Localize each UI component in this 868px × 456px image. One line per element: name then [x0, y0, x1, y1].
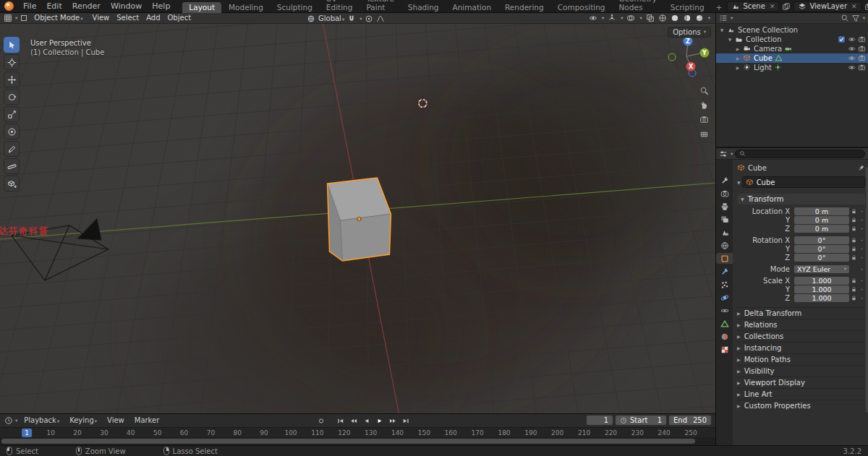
animate-dot-icon[interactable]: · — [859, 246, 865, 253]
lock-icon[interactable] — [849, 237, 859, 244]
gizmos-icon[interactable] — [608, 14, 616, 22]
workspace-tab-sculpting[interactable]: Sculpting — [271, 2, 319, 13]
mode-selector[interactable]: Object Mode▾ — [30, 13, 86, 24]
viewport-canvas[interactable]: User Perspective (1) Collection | Cube 达… — [0, 24, 715, 413]
unlink-scene-icon[interactable]: ✕ — [770, 3, 775, 10]
tool-add-cube[interactable] — [4, 176, 20, 192]
properties-tab-object[interactable] — [716, 253, 733, 264]
animate-dot-icon[interactable]: · — [859, 278, 865, 285]
search-icon[interactable] — [841, 14, 849, 22]
shading-material-icon[interactable] — [683, 14, 692, 22]
tool-rotate[interactable] — [4, 89, 20, 105]
hide-in-viewport-eye-icon[interactable] — [848, 54, 856, 62]
outliner-row-scene-collection[interactable]: ▼ Scene Collection — [716, 25, 868, 35]
outliner-row-cube[interactable]: ▶ Cube — [716, 53, 868, 63]
tool-measure[interactable] — [4, 158, 20, 174]
overlays-icon[interactable] — [626, 14, 635, 22]
panel-custom-properties[interactable]: ▶Custom Properties — [737, 400, 865, 411]
jump-to-start-button[interactable] — [335, 416, 346, 425]
properties-tab-material[interactable] — [716, 331, 733, 342]
object-name-field[interactable]: Cube — [742, 176, 865, 188]
animate-dot-icon[interactable]: · — [859, 254, 865, 262]
animate-dot-icon[interactable]: · — [859, 295, 865, 302]
scene-render[interactable] — [0, 24, 715, 413]
workspace-tab-rendering[interactable]: Rendering — [498, 2, 550, 13]
transform-z-field[interactable]: 1.000 — [794, 294, 849, 302]
workspace-tab-geometry-nodes[interactable]: Geometry Nodes — [613, 0, 663, 13]
zoom-icon[interactable] — [699, 86, 709, 95]
lock-icon[interactable] — [849, 295, 859, 301]
filter-icon[interactable] — [851, 14, 860, 22]
menu-help[interactable]: Help — [147, 1, 175, 11]
timeline-scrollbar[interactable] — [0, 437, 715, 445]
expand-icon[interactable]: ▼ — [719, 27, 725, 33]
jump-to-prev-keyframe-button[interactable] — [348, 416, 359, 425]
lock-icon[interactable] — [849, 217, 859, 223]
proportional-edit-icon[interactable] — [365, 14, 373, 23]
properties-tab-modifiers[interactable] — [716, 266, 733, 277]
workspace-tab-shading[interactable]: Shading — [401, 2, 446, 13]
transform-z-field[interactable]: 0° — [794, 254, 849, 262]
pin-icon[interactable] — [857, 164, 865, 172]
properties-tab-world[interactable] — [716, 240, 733, 251]
chevron-down-icon[interactable]: ▾ — [621, 15, 623, 21]
properties-tab-view-layer[interactable] — [716, 214, 733, 225]
new-scene-icon[interactable] — [782, 2, 791, 11]
viewport-menu-view[interactable]: View — [89, 14, 114, 22]
properties-tab-output[interactable] — [716, 201, 733, 212]
animate-dot-icon[interactable]: · — [859, 208, 865, 215]
transform-y-field[interactable]: 0° — [794, 245, 849, 253]
play-button[interactable] — [374, 416, 385, 425]
lock-icon[interactable] — [849, 254, 859, 261]
transform-y-field[interactable]: 1.000 — [794, 285, 849, 293]
menu-window[interactable]: Window — [106, 1, 147, 11]
chevron-down-icon[interactable]: ▾ — [708, 15, 710, 21]
transform-orientation-selector[interactable]: Global▾ — [318, 14, 344, 22]
lock-icon[interactable] — [849, 278, 859, 284]
disable-in-renders-icon[interactable] — [858, 54, 866, 62]
properties-tab-data[interactable] — [716, 318, 733, 329]
transform-z-field[interactable]: 0 m — [794, 225, 849, 233]
add-workspace-button[interactable]: + — [712, 2, 727, 13]
workspace-tab-compositing[interactable]: Compositing — [551, 2, 612, 13]
lock-icon[interactable] — [849, 225, 859, 232]
timeline-menu-marker[interactable]: Marker — [129, 415, 165, 427]
lock-icon[interactable] — [849, 208, 859, 215]
new-view-layer-icon[interactable] — [864, 2, 868, 11]
tool-scale[interactable] — [4, 106, 20, 122]
workspace-tab-layout[interactable]: Layout — [182, 2, 221, 13]
properties-tab-render[interactable] — [716, 188, 733, 199]
timeline-ruler[interactable]: 1 10203040506070809010011012013014015016… — [0, 427, 715, 437]
editor-type-icon[interactable] — [4, 14, 12, 22]
scene-selector[interactable]: Scene ✕ — [727, 1, 779, 12]
frame-start-field[interactable]: Start1 — [616, 416, 666, 425]
properties-tab-texture[interactable] — [716, 344, 733, 355]
play-backwards-button[interactable] — [361, 416, 372, 425]
panel-visibility[interactable]: ▶Visibility — [737, 365, 865, 377]
shading-wireframe-icon[interactable] — [658, 14, 667, 22]
panel-delta-transform[interactable]: ▶Delta Transform — [737, 307, 865, 319]
transform-location-x-field[interactable]: 0 m — [794, 207, 849, 215]
checkbox-icon[interactable] — [838, 35, 846, 43]
properties-tab-particles[interactable] — [716, 279, 733, 290]
frame-end-field[interactable]: End250 — [669, 416, 711, 425]
timeline-menu-view[interactable]: View — [102, 415, 129, 427]
properties-tab-tool[interactable] — [716, 175, 733, 186]
tool-transform[interactable] — [4, 124, 20, 139]
tool-move[interactable] — [4, 72, 20, 87]
viewport-menu-object[interactable]: Object — [164, 14, 195, 22]
expand-icon[interactable]: ▼ — [737, 180, 741, 185]
animate-dot-icon[interactable]: · — [859, 237, 865, 244]
toggle-ortho-icon[interactable] — [699, 129, 709, 139]
editor-type-icon[interactable] — [719, 14, 728, 22]
remove-view-layer-icon[interactable]: ✕ — [851, 3, 857, 10]
transform-mode-select[interactable]: XYZ Euler▾ — [794, 265, 849, 273]
lock-icon[interactable] — [849, 286, 859, 293]
properties-tab-constraints[interactable] — [716, 305, 733, 316]
chevron-down-icon[interactable]: ▾ — [639, 15, 642, 21]
viewport-menu-add[interactable]: Add — [142, 14, 163, 22]
current-frame-marker[interactable]: 1 — [22, 429, 32, 437]
panel-relations[interactable]: ▶Relations — [737, 319, 865, 330]
jump-to-next-keyframe-button[interactable] — [387, 416, 398, 425]
menu-render[interactable]: Render — [67, 1, 106, 11]
